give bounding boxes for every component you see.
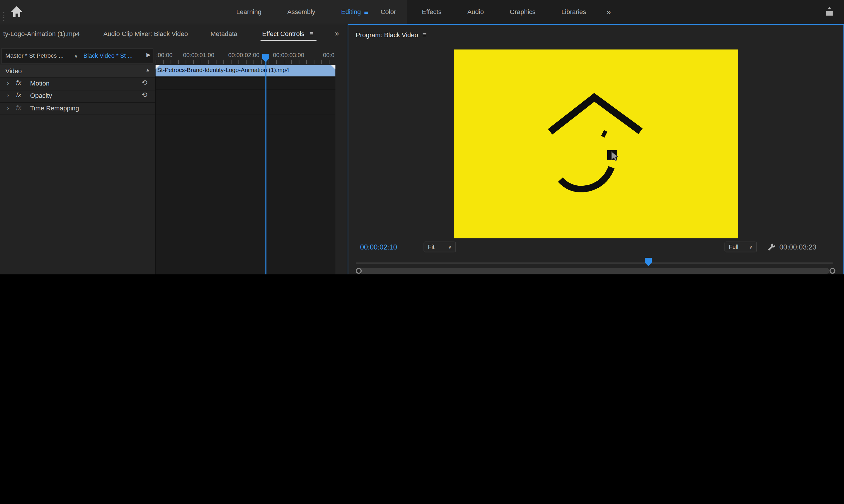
effect-label: Time Remapping	[30, 104, 79, 112]
effect-controls-panel: ty-Logo-Animation (1).mp4 Audio Clip Mix…	[0, 24, 347, 274]
clip-in-handle[interactable]	[156, 65, 160, 69]
ec-lane-divider	[155, 65, 156, 274]
ec-ruler-label-1: 00:00:01:00	[183, 52, 214, 58]
zoom-chevron-icon: ∨	[448, 244, 452, 250]
effect-row-motion[interactable]: › fx Motion ⟲	[0, 77, 155, 90]
video-section-collapse-icon[interactable]: ▲	[145, 67, 150, 73]
effect-controls-active-underline	[261, 40, 317, 41]
effect-controls-header: Master * St-Petrocs-... ∨ Black Video * …	[0, 48, 347, 65]
clip-out-handle[interactable]	[331, 65, 336, 69]
program-settings-wrench-icon[interactable]	[767, 242, 775, 251]
workspace-tab-effects[interactable]: Effects	[422, 8, 441, 16]
ec-ruler-label-2: 00:00:02:00	[228, 52, 260, 58]
video-section-row: Video ▲	[0, 65, 155, 78]
workspace-tab-assembly[interactable]: Assembly	[287, 8, 315, 16]
ec-ruler-label-0: :00:00	[156, 52, 173, 58]
program-video-frame	[454, 50, 738, 238]
program-h-scrollbar[interactable]	[359, 268, 829, 274]
workspace-overflow-chevron[interactable]: »	[606, 7, 611, 16]
master-clip-label[interactable]: Master * St-Petrocs-...	[5, 52, 64, 58]
workspace-tabs: Learning Assembly Editing ≡ Color Effect…	[223, 0, 640, 24]
zoom-level-dropdown[interactable]: Fit∨	[424, 241, 456, 252]
program-panel-menu-icon[interactable]: ≡	[423, 31, 426, 39]
effect-controls-rows: Video ▲ St-Petrocs-Brand-Identity-Logo-A…	[0, 65, 347, 274]
master-clip-chevron-icon[interactable]: ∨	[74, 53, 78, 58]
lane-separator	[156, 89, 335, 90]
resolution-value: Full	[729, 244, 739, 250]
home-button[interactable]	[10, 5, 24, 19]
program-monitor-panel: Program: Black Video ≡ 00:00:02:10 Fit∨ …	[348, 24, 844, 274]
program-duration: 00:00:03:23	[779, 243, 816, 251]
ec-lane-background	[156, 65, 335, 274]
ec-playhead-line	[265, 61, 266, 274]
workspace-editing-menu-icon[interactable]: ≡	[364, 8, 368, 16]
fx-badge-disabled: fx	[16, 104, 21, 111]
program-playhead-marker[interactable]	[645, 258, 652, 266]
ec-clip-name: St-Petrocs-Brand-Identity-Logo-Animation…	[157, 67, 289, 73]
workspace-tab-graphics[interactable]: Graphics	[510, 8, 535, 16]
effect-controls-tabbar: ty-Logo-Animation (1).mp4 Audio Clip Mix…	[0, 24, 347, 41]
top-bar: Learning Assembly Editing ≡ Color Effect…	[0, 0, 844, 24]
tab-audio-clip-mixer[interactable]: Audio Clip Mixer: Black Video	[103, 30, 188, 38]
ec-ruler-ticks[interactable]	[156, 60, 335, 64]
motion-twirl-icon[interactable]: ›	[7, 80, 9, 86]
effect-controls-tab-overflow[interactable]: »	[335, 29, 339, 37]
workspace-tab-learning[interactable]: Learning	[236, 8, 261, 16]
ec-ruler-label-4: 00:0	[323, 52, 334, 58]
zoom-level-value: Fit	[428, 244, 434, 250]
program-timecode[interactable]: 00:00:02:10	[360, 243, 397, 251]
time-remapping-twirl-icon[interactable]: ›	[7, 104, 9, 111]
tab-source-monitor[interactable]: ty-Logo-Animation (1).mp4	[3, 30, 80, 38]
workspace-tab-libraries[interactable]: Libraries	[562, 8, 586, 16]
logo-animation-frame	[454, 50, 738, 238]
program-monitor-title[interactable]: Program: Black Video	[356, 31, 418, 39]
video-section-label: Video	[5, 67, 22, 75]
fx-badge: fx	[16, 91, 21, 99]
ec-clip-bar[interactable]: St-Petrocs-Brand-Identity-Logo-Animation…	[156, 65, 335, 76]
panel-grabber-dots	[3, 12, 4, 21]
lane-separator	[156, 114, 335, 115]
opacity-twirl-icon[interactable]: ›	[7, 92, 9, 98]
program-scrollbar-right-knob[interactable]	[829, 268, 835, 274]
fx-badge: fx	[16, 79, 21, 87]
workspace-tab-editing[interactable]: Editing	[341, 8, 361, 16]
effect-label: Opacity	[30, 92, 52, 100]
effect-label: Motion	[30, 80, 50, 87]
header-expand-arrow-icon[interactable]: ▶	[146, 52, 151, 57]
sequence-clip-label[interactable]: Black Video * St-...	[84, 52, 133, 58]
effect-row-opacity[interactable]: › fx Opacity ⟲	[0, 90, 155, 103]
program-scrub-track[interactable]	[356, 263, 832, 264]
workspace-tab-color[interactable]: Color	[381, 8, 396, 16]
effect-row-time-remapping[interactable]: › fx Time Remapping	[0, 102, 155, 115]
lane-separator	[156, 102, 335, 102]
opacity-reset-icon[interactable]: ⟲	[142, 91, 147, 99]
quick-export-button[interactable]	[824, 6, 835, 18]
lane-separator	[156, 77, 335, 78]
playback-resolution-dropdown[interactable]: Full∨	[724, 241, 757, 252]
ec-ruler-label-3: 00:00:03:00	[273, 52, 304, 58]
tab-effect-controls[interactable]: Effect Controls	[262, 30, 304, 38]
premiere-pro-window: Learning Assembly Editing ≡ Color Effect…	[0, 0, 844, 274]
motion-reset-icon[interactable]: ⟲	[142, 78, 147, 87]
tab-metadata[interactable]: Metadata	[210, 30, 238, 38]
workspace-tab-audio[interactable]: Audio	[468, 8, 484, 16]
resolution-chevron-icon: ∨	[749, 244, 753, 250]
program-scrollbar-left-knob[interactable]	[356, 268, 362, 274]
effect-controls-panel-menu-icon[interactable]: ≡	[310, 30, 313, 38]
